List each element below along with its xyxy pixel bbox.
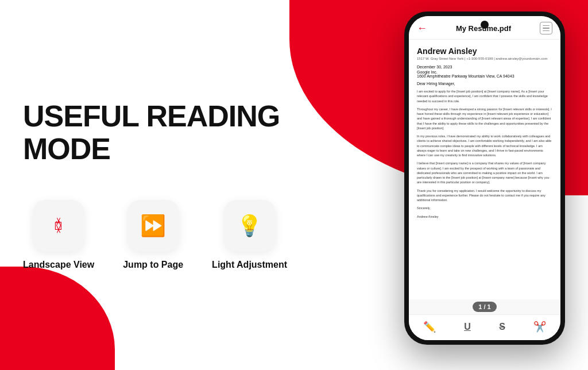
resume-para-4: I believe that [Insert company name] is … (417, 161, 552, 184)
menu-line-1 (543, 25, 550, 26)
left-content: USEFUL READING MODE 〈 🗒 〉 Landscape View… (23, 0, 345, 370)
resume-para-6: Sincerely, (417, 206, 552, 210)
resume-name: Andrew Ainsley (417, 47, 552, 56)
resume-company: Google Inc. 1600 Amphitheatre Parkway Mo… (417, 70, 552, 78)
menu-icon[interactable] (540, 22, 552, 34)
landscape-icon: 〈 🗒 〉 (45, 214, 72, 237)
resume-date: December 30, 2023 (417, 65, 552, 69)
strikethrough-icon[interactable]: S (499, 322, 505, 332)
light-bulb-icon: 💡 (237, 215, 262, 236)
format-icon[interactable]: ✂️ (533, 321, 546, 333)
hero-title: USEFUL READING MODE (23, 100, 345, 165)
menu-line-2 (543, 28, 550, 29)
landscape-label: Landscape View (23, 260, 94, 270)
light-label: Light Adjustment (212, 260, 287, 270)
phone-camera (481, 21, 489, 29)
menu-line-3 (543, 30, 550, 32)
resume-salutation: Dear Hiring Manager, (417, 82, 552, 86)
feature-jump: ⏩ Jump to Page (123, 200, 183, 270)
feature-light: 💡 Light Adjustment (212, 200, 287, 270)
phone-outer: ← My Resume.pdf Andrew Ainsley 1517 W. G… (404, 11, 565, 345)
landscape-icon-box: 〈 🗒 〉 (33, 200, 84, 252)
page-indicator: 1 / 1 (473, 302, 496, 312)
jump-icon: ⏩ (140, 215, 166, 236)
phone-resume-content: Andrew Ainsley 1517 W. Gray Street New Y… (409, 40, 560, 299)
jump-icon-box: ⏩ (127, 200, 179, 252)
resume-contact: 1517 W. Gray Street New York | +1-300-55… (417, 57, 552, 60)
resume-date-section: December 30, 2023 Google Inc. 1600 Amphi… (417, 65, 552, 78)
feature-landscape: 〈 🗒 〉 Landscape View (23, 200, 94, 270)
bracket-right-icon: 〉 (55, 214, 72, 238)
features-row: 〈 🗒 〉 Landscape View ⏩ Jump to Page 💡 Li… (23, 200, 345, 270)
resume-para-2: Throughout my career, I have developed a… (417, 107, 552, 130)
phone-toolbar: ✏️ U S ✂️ (409, 314, 560, 340)
resume-para-3: In my previous roles, I have demonstrate… (417, 134, 552, 157)
edit-icon[interactable]: ✏️ (423, 321, 436, 333)
resume-para-7: Andrew Ainsley (417, 214, 552, 219)
light-icon-box: 💡 (224, 200, 276, 252)
phone-screen: ← My Resume.pdf Andrew Ainsley 1517 W. G… (409, 16, 560, 340)
back-icon[interactable]: ← (417, 22, 427, 34)
phone-mockup: ← My Resume.pdf Andrew Ainsley 1517 W. G… (404, 11, 571, 356)
resume-para-5: Thank you for considering my application… (417, 188, 552, 203)
resume-para-1: I am excited to apply for the [Insert jo… (417, 89, 552, 103)
jump-label: Jump to Page (123, 260, 183, 270)
underline-icon[interactable]: U (464, 322, 471, 332)
